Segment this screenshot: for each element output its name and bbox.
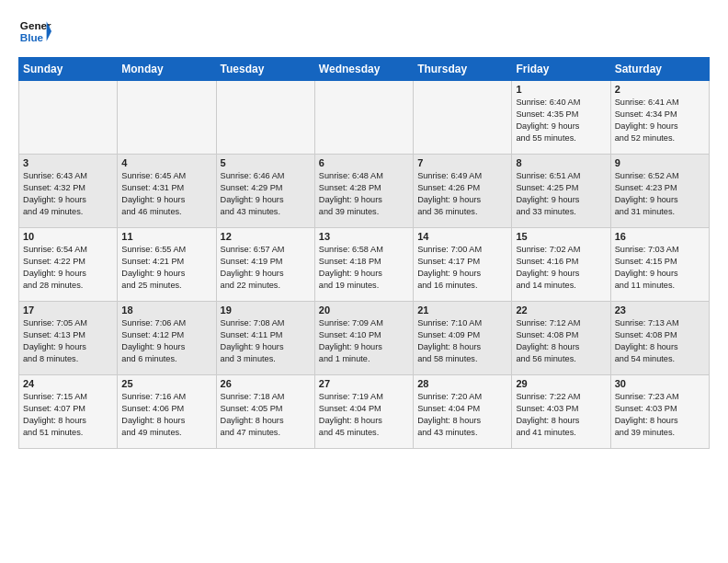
calendar-cell: 1Sunrise: 6:40 AM Sunset: 4:35 PM Daylig… <box>512 81 610 155</box>
day-info: Sunrise: 7:10 AM Sunset: 4:09 PM Dayligh… <box>417 317 507 365</box>
day-number: 22 <box>516 304 606 316</box>
day-number: 5 <box>221 157 311 168</box>
calendar-cell: 3Sunrise: 6:43 AM Sunset: 4:32 PM Daylig… <box>19 155 118 228</box>
day-info: Sunrise: 6:52 AM Sunset: 4:23 PM Dayligh… <box>615 170 705 218</box>
day-info: Sunrise: 6:57 AM Sunset: 4:19 PM Dayligh… <box>221 244 311 292</box>
calendar-cell: 11Sunrise: 6:55 AM Sunset: 4:21 PM Dayli… <box>118 228 216 302</box>
day-info: Sunrise: 6:51 AM Sunset: 4:25 PM Dayligh… <box>516 170 606 218</box>
day-number: 12 <box>221 231 311 242</box>
day-number: 26 <box>221 378 311 389</box>
week-row-1: 1Sunrise: 6:40 AM Sunset: 4:35 PM Daylig… <box>19 81 710 155</box>
calendar-cell: 18Sunrise: 7:06 AM Sunset: 4:12 PM Dayli… <box>118 302 216 375</box>
calendar-cell: 22Sunrise: 7:12 AM Sunset: 4:08 PM Dayli… <box>512 302 610 375</box>
day-number: 17 <box>23 304 113 316</box>
calendar-cell: 14Sunrise: 7:00 AM Sunset: 4:17 PM Dayli… <box>414 228 512 302</box>
week-row-4: 17Sunrise: 7:05 AM Sunset: 4:13 PM Dayli… <box>19 302 710 375</box>
day-info: Sunrise: 7:09 AM Sunset: 4:10 PM Dayligh… <box>319 317 409 365</box>
day-number: 20 <box>319 304 409 316</box>
day-info: Sunrise: 7:03 AM Sunset: 4:15 PM Dayligh… <box>615 244 705 292</box>
day-number: 4 <box>121 157 211 168</box>
calendar-cell: 17Sunrise: 7:05 AM Sunset: 4:13 PM Dayli… <box>19 302 118 375</box>
day-header-tuesday: Tuesday <box>216 58 314 81</box>
day-number: 16 <box>615 231 705 242</box>
week-row-3: 10Sunrise: 6:54 AM Sunset: 4:22 PM Dayli… <box>19 228 710 302</box>
day-info: Sunrise: 7:23 AM Sunset: 4:03 PM Dayligh… <box>615 391 705 439</box>
day-number: 27 <box>319 378 409 389</box>
day-number: 13 <box>319 231 409 242</box>
day-info: Sunrise: 7:20 AM Sunset: 4:04 PM Dayligh… <box>417 391 507 439</box>
day-header-saturday: Saturday <box>610 58 709 81</box>
calendar-cell: 2Sunrise: 6:41 AM Sunset: 4:34 PM Daylig… <box>610 81 709 155</box>
day-header-wednesday: Wednesday <box>314 58 413 81</box>
calendar-cell: 5Sunrise: 6:46 AM Sunset: 4:29 PM Daylig… <box>216 155 314 228</box>
day-number: 19 <box>221 304 311 316</box>
day-info: Sunrise: 7:00 AM Sunset: 4:17 PM Dayligh… <box>417 244 507 292</box>
day-number: 9 <box>615 157 705 168</box>
logo-icon: General Blue <box>18 15 51 48</box>
day-number: 29 <box>516 378 606 389</box>
day-number: 10 <box>23 231 113 242</box>
day-info: Sunrise: 6:45 AM Sunset: 4:31 PM Dayligh… <box>121 170 211 218</box>
day-number: 15 <box>516 231 606 242</box>
day-info: Sunrise: 7:19 AM Sunset: 4:04 PM Dayligh… <box>319 391 409 439</box>
day-number: 18 <box>121 304 211 316</box>
week-row-2: 3Sunrise: 6:43 AM Sunset: 4:32 PM Daylig… <box>19 155 710 228</box>
day-number: 3 <box>23 157 113 168</box>
logo: General Blue <box>18 15 55 48</box>
day-info: Sunrise: 6:46 AM Sunset: 4:29 PM Dayligh… <box>221 170 311 218</box>
day-number: 24 <box>23 378 113 389</box>
calendar-cell: 13Sunrise: 6:58 AM Sunset: 4:18 PM Dayli… <box>314 228 413 302</box>
calendar-cell: 9Sunrise: 6:52 AM Sunset: 4:23 PM Daylig… <box>610 155 709 228</box>
calendar-cell: 28Sunrise: 7:20 AM Sunset: 4:04 PM Dayli… <box>414 375 512 449</box>
day-info: Sunrise: 7:18 AM Sunset: 4:05 PM Dayligh… <box>221 391 311 439</box>
day-number: 25 <box>121 378 211 389</box>
day-info: Sunrise: 7:16 AM Sunset: 4:06 PM Dayligh… <box>121 391 211 439</box>
calendar-cell: 24Sunrise: 7:15 AM Sunset: 4:07 PM Dayli… <box>19 375 118 449</box>
calendar-cell: 29Sunrise: 7:22 AM Sunset: 4:03 PM Dayli… <box>512 375 610 449</box>
calendar-cell: 26Sunrise: 7:18 AM Sunset: 4:05 PM Dayli… <box>216 375 314 449</box>
calendar-cell: 4Sunrise: 6:45 AM Sunset: 4:31 PM Daylig… <box>118 155 216 228</box>
calendar-cell: 10Sunrise: 6:54 AM Sunset: 4:22 PM Dayli… <box>19 228 118 302</box>
day-header-monday: Monday <box>118 58 216 81</box>
day-info: Sunrise: 6:40 AM Sunset: 4:35 PM Dayligh… <box>516 97 606 144</box>
day-info: Sunrise: 6:48 AM Sunset: 4:28 PM Dayligh… <box>319 170 409 218</box>
day-info: Sunrise: 7:08 AM Sunset: 4:11 PM Dayligh… <box>221 317 311 365</box>
header-row: SundayMondayTuesdayWednesdayThursdayFrid… <box>19 58 710 81</box>
page: General Blue SundayMondayTuesdayWednesda… <box>0 0 728 563</box>
day-info: Sunrise: 7:13 AM Sunset: 4:08 PM Dayligh… <box>615 317 705 365</box>
day-info: Sunrise: 7:15 AM Sunset: 4:07 PM Dayligh… <box>23 391 113 439</box>
calendar-cell: 7Sunrise: 6:49 AM Sunset: 4:26 PM Daylig… <box>414 155 512 228</box>
day-info: Sunrise: 7:22 AM Sunset: 4:03 PM Dayligh… <box>516 391 606 439</box>
day-number: 2 <box>615 84 705 95</box>
calendar-cell: 15Sunrise: 7:02 AM Sunset: 4:16 PM Dayli… <box>512 228 610 302</box>
day-header-friday: Friday <box>512 58 610 81</box>
calendar-table: SundayMondayTuesdayWednesdayThursdayFrid… <box>18 57 710 449</box>
calendar-cell: 12Sunrise: 6:57 AM Sunset: 4:19 PM Dayli… <box>216 228 314 302</box>
calendar-cell: 21Sunrise: 7:10 AM Sunset: 4:09 PM Dayli… <box>414 302 512 375</box>
week-row-5: 24Sunrise: 7:15 AM Sunset: 4:07 PM Dayli… <box>19 375 710 449</box>
day-number: 1 <box>516 84 606 95</box>
day-info: Sunrise: 7:05 AM Sunset: 4:13 PM Dayligh… <box>23 317 113 365</box>
header: General Blue <box>18 15 710 48</box>
calendar-cell <box>414 81 512 155</box>
day-number: 7 <box>417 157 507 168</box>
calendar-cell: 30Sunrise: 7:23 AM Sunset: 4:03 PM Dayli… <box>610 375 709 449</box>
day-info: Sunrise: 6:55 AM Sunset: 4:21 PM Dayligh… <box>121 244 211 292</box>
day-info: Sunrise: 7:02 AM Sunset: 4:16 PM Dayligh… <box>516 244 606 292</box>
svg-text:Blue: Blue <box>20 31 44 43</box>
calendar-cell: 16Sunrise: 7:03 AM Sunset: 4:15 PM Dayli… <box>610 228 709 302</box>
calendar-cell: 6Sunrise: 6:48 AM Sunset: 4:28 PM Daylig… <box>314 155 413 228</box>
calendar-cell: 23Sunrise: 7:13 AM Sunset: 4:08 PM Dayli… <box>610 302 709 375</box>
day-number: 6 <box>319 157 409 168</box>
day-number: 30 <box>615 378 705 389</box>
calendar-cell <box>118 81 216 155</box>
calendar-cell: 20Sunrise: 7:09 AM Sunset: 4:10 PM Dayli… <box>314 302 413 375</box>
day-number: 23 <box>615 304 705 316</box>
day-info: Sunrise: 7:12 AM Sunset: 4:08 PM Dayligh… <box>516 317 606 365</box>
day-number: 28 <box>417 378 507 389</box>
calendar-cell <box>19 81 118 155</box>
calendar-cell: 8Sunrise: 6:51 AM Sunset: 4:25 PM Daylig… <box>512 155 610 228</box>
day-header-sunday: Sunday <box>19 58 118 81</box>
day-number: 8 <box>516 157 606 168</box>
day-header-thursday: Thursday <box>414 58 512 81</box>
